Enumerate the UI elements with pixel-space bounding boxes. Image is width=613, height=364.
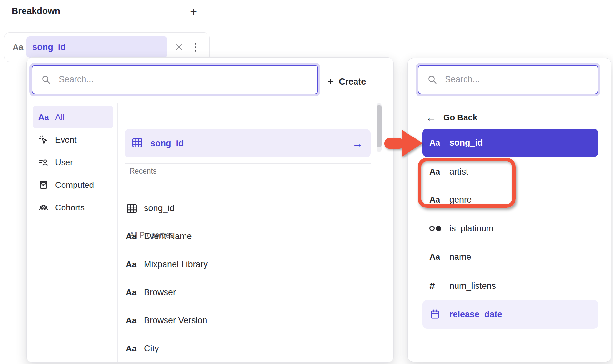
text-type-icon: Aa [429,138,440,148]
event-cursor-icon [38,135,49,145]
text-type-icon: Aa [126,259,136,269]
property-drilldown-panel: ← Go Back Aa song_id Aa artist Aa genre … [407,58,611,362]
drill-in-arrow-icon: → [352,137,363,150]
create-property-button[interactable]: + Create [327,73,366,91]
property-row[interactable]: Aa Event Name [125,222,371,250]
sidebar-item-user[interactable]: User [33,151,113,174]
search-input[interactable] [444,74,571,85]
drilldown-row-song-id-selected[interactable]: Aa song_id [422,129,598,157]
category-sidebar: Aa All Event [33,106,113,219]
search-icon [41,75,51,85]
property-row-song-id[interactable]: song_id [125,194,371,222]
drilldown-row-num-listens[interactable]: # num_listens [422,276,598,296]
search-focus-ring [416,63,600,96]
drilldown-row-release-date[interactable]: release_date [422,300,598,329]
red-annotation-box [418,158,516,208]
remove-breakdown-button[interactable] [173,41,186,54]
text-type-icon: Aa [126,344,136,354]
red-annotation-arrow-icon [382,128,424,158]
property-picker-panel: + Create Aa All Event [26,57,394,363]
drilldown-row-name[interactable]: Aa name [422,247,598,267]
calendar-icon [429,309,442,320]
text-type-icon: Aa [126,316,136,326]
search-focus-ring [29,63,320,96]
back-arrow-icon: ← [426,112,436,124]
text-type-icon: Aa [38,112,49,122]
kebab-menu-icon[interactable] [190,40,201,54]
search-icon [427,75,437,85]
property-row[interactable]: Aa City [125,335,371,363]
card-edge-horizontal [223,56,393,56]
cohorts-people-icon [38,202,49,213]
plus-icon: + [327,76,334,88]
user-list-icon [38,157,49,167]
boolean-type-icon [429,226,441,231]
sidebar-item-all[interactable]: Aa All [33,106,113,128]
card-edge-vertical [223,0,223,56]
table-icon [131,136,143,150]
screenshot-root: Breakdown + Aa song_id + Create [0,0,613,364]
search-input[interactable] [58,74,259,85]
drilldown-row-is-platinum[interactable]: is_platinum [422,219,598,238]
text-type-icon: Aa [13,42,23,52]
add-breakdown-button[interactable]: + [186,5,201,19]
sidebar-item-event[interactable]: Event [33,128,113,151]
property-row[interactable]: Aa Mixpanel Library [125,250,371,278]
breakdown-chip-value[interactable]: song_id [26,36,167,58]
recent-item-song-id[interactable]: song_id → [125,129,371,157]
calculator-icon [38,180,49,190]
sidebar-item-cohorts[interactable]: Cohorts [33,196,113,219]
go-back-button[interactable]: ← Go Back [426,109,477,126]
close-icon [175,43,183,51]
recents-header: Recents [129,167,156,176]
text-type-icon: Aa [429,252,440,262]
property-row[interactable]: Aa Browser Version [125,307,371,335]
property-list: song_id Aa Event Name Aa Mixpanel Librar… [125,194,371,363]
text-type-icon: Aa [126,231,136,241]
table-icon [126,202,144,215]
breakdown-title: Breakdown [12,6,60,16]
sidebar-divider [117,103,118,362]
scrollbar-thumb[interactable] [377,105,382,147]
property-row[interactable]: Aa Browser [125,278,371,307]
text-type-icon: Aa [126,288,136,298]
number-type-icon: # [429,280,435,291]
list-divider [125,163,371,164]
sidebar-item-computed[interactable]: Computed [33,174,113,196]
